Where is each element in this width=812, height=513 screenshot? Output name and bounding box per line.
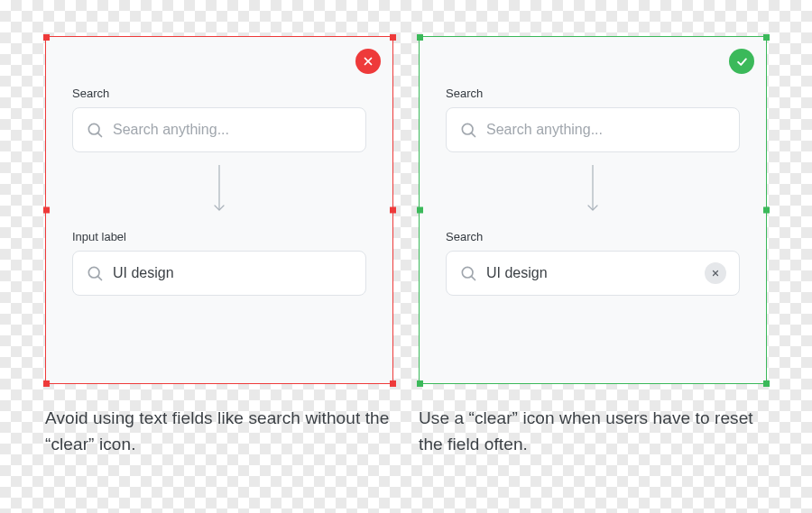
svg-line-11 — [471, 276, 475, 279]
search-input[interactable]: UI design — [446, 251, 740, 296]
svg-line-8 — [471, 133, 475, 136]
input-value: UI design — [486, 265, 696, 281]
search-input[interactable]: UI design — [72, 251, 366, 296]
search-icon — [459, 264, 477, 282]
dont-panel: Search Search anything... Input label UI… — [45, 36, 393, 384]
clear-icon — [711, 269, 720, 278]
search-icon — [459, 121, 477, 139]
x-icon — [362, 55, 374, 68]
do-caption: Use a “clear” icon when users have to re… — [419, 406, 767, 457]
svg-line-3 — [97, 133, 101, 136]
dont-panel-wrap: Search Search anything... Input label UI… — [45, 36, 393, 384]
arrow-down-icon — [72, 165, 366, 214]
do-example-column: Search Search anything... Search UI desi… — [419, 36, 767, 513]
dont-example-column: Search Search anything... Input label UI… — [45, 36, 393, 513]
search-field-empty: Search Search anything... — [72, 87, 366, 152]
search-icon — [86, 264, 104, 282]
placeholder-text: Search anything... — [486, 122, 726, 138]
do-panel-wrap: Search Search anything... Search UI desi… — [419, 36, 767, 384]
field-label: Search — [446, 87, 740, 100]
field-label: Input label — [72, 230, 366, 243]
do-panel: Search Search anything... Search UI desi… — [419, 36, 767, 384]
arrow-down-icon — [446, 165, 740, 214]
search-input[interactable]: Search anything... — [446, 107, 740, 152]
svg-line-6 — [97, 276, 101, 279]
placeholder-text: Search anything... — [113, 122, 353, 138]
field-label: Search — [72, 87, 366, 100]
dont-caption: Avoid using text fields like search with… — [45, 406, 393, 457]
input-value: UI design — [113, 265, 353, 281]
search-field-filled: Input label UI design — [72, 230, 366, 296]
field-label: Search — [446, 230, 740, 243]
x-badge — [355, 49, 381, 74]
check-icon — [735, 55, 749, 69]
search-field-empty: Search Search anything... — [446, 87, 740, 152]
search-input[interactable]: Search anything... — [72, 107, 366, 152]
check-badge — [729, 49, 754, 74]
search-icon — [86, 121, 104, 139]
search-field-filled: Search UI design — [446, 230, 740, 296]
clear-button[interactable] — [705, 262, 726, 284]
